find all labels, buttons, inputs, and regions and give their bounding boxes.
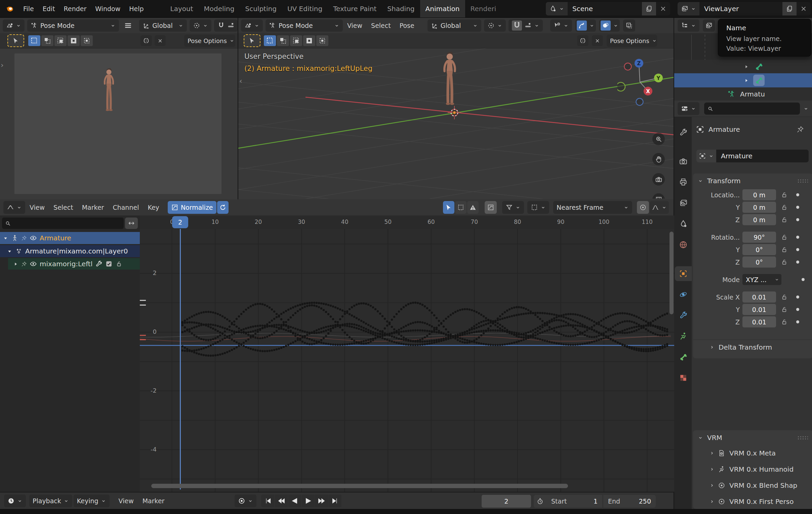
channel-expand-button[interactable]	[125, 218, 138, 229]
viewport-main-canvas[interactable]: User Perspective (2) Armature : mixamori…	[238, 49, 673, 199]
options-chevron-icon[interactable]	[803, 106, 809, 111]
select-mode-intersect[interactable]	[81, 35, 93, 46]
editor-type-button[interactable]	[3, 20, 25, 32]
filter-dropdown[interactable]	[502, 201, 524, 214]
object-name-field[interactable]: Armature	[716, 150, 809, 162]
magnet-icon[interactable]	[512, 21, 522, 31]
orientation-dropdown[interactable]: Global	[139, 20, 187, 32]
pin-icon[interactable]	[21, 235, 27, 241]
menu-key[interactable]: Key	[143, 204, 163, 211]
keying-dropdown[interactable]: Keying	[74, 494, 110, 507]
object-browse-button[interactable]	[696, 150, 716, 162]
expand-triangle-icon[interactable]	[7, 249, 12, 254]
select-mode-new[interactable]	[28, 35, 40, 46]
animate-dot[interactable]	[796, 218, 799, 221]
x-mirror-toggle[interactable]	[577, 35, 588, 46]
eye-icon[interactable]	[30, 234, 37, 242]
animate-dot[interactable]	[796, 260, 799, 263]
toolbar-expand-chevron[interactable]: ›	[1, 61, 4, 69]
transform-value-field[interactable]: 0.01	[743, 304, 776, 315]
end-frame-field[interactable]: End 250	[603, 495, 656, 508]
select-mode-invert[interactable]	[67, 35, 80, 46]
pivot-dropdown[interactable]	[190, 20, 211, 32]
menu-view[interactable]: View	[343, 22, 367, 29]
editor-type-button[interactable]	[3, 201, 25, 214]
pivot-dropdown[interactable]	[484, 20, 506, 32]
menu-marker[interactable]: Marker	[78, 204, 109, 211]
workspace-tab-layout[interactable]: Layout	[165, 0, 199, 18]
x-axis-button[interactable]	[592, 35, 603, 46]
select-mode-subtract[interactable]	[290, 35, 302, 46]
filter-view-layer-button[interactable]	[703, 20, 715, 32]
hamburger-menu-icon[interactable]	[124, 21, 133, 30]
tab-world[interactable]	[675, 237, 692, 252]
panel-grip[interactable]	[797, 179, 808, 183]
tab-object-data[interactable]	[675, 329, 692, 344]
workspace-tab-modeling[interactable]: Modeling	[199, 0, 240, 18]
next-keyframe-button[interactable]	[315, 494, 328, 507]
lock-open-icon[interactable]	[115, 260, 123, 267]
transform-value-field[interactable]: 0 m	[743, 189, 776, 200]
editor-type-button[interactable]	[241, 20, 263, 32]
tab-tool[interactable]	[675, 125, 692, 140]
3d-cursor[interactable]	[447, 105, 462, 120]
properties-search-input[interactable]	[704, 103, 800, 115]
vrm-panel-header[interactable]: VRM	[693, 430, 812, 445]
normalize-auto-refresh[interactable]	[217, 201, 229, 214]
pivot-dropdown[interactable]	[527, 201, 549, 214]
x-mirror-toggle[interactable]	[141, 35, 152, 46]
delta-transform-subpanel[interactable]: Delta Transform	[693, 340, 812, 354]
pose-options-dropdown[interactable]: Pose Options	[607, 35, 657, 47]
eye-icon[interactable]	[30, 260, 37, 267]
box-select-tool-button[interactable]	[455, 201, 466, 214]
pose-options-dropdown[interactable]: Pose Options	[184, 35, 235, 47]
lock-open-icon[interactable]	[780, 293, 788, 301]
collapsed-triangle-icon[interactable]	[744, 78, 749, 83]
animate-dot[interactable]	[802, 278, 805, 281]
proportional-edit-toggle[interactable]	[637, 201, 649, 214]
toolbar-collapse-chevron[interactable]: ‹	[239, 77, 242, 85]
vrm-item-meta[interactable]: VRM 0.x Meta	[693, 445, 812, 461]
workspace-tab-shading[interactable]: Shading	[382, 0, 420, 18]
checkbox-checked-icon[interactable]	[105, 260, 113, 267]
lock-open-icon[interactable]	[780, 216, 788, 224]
menu-help[interactable]: Help	[125, 5, 148, 12]
lock-open-icon[interactable]	[780, 191, 788, 199]
overlays-toggle-group[interactable]	[599, 20, 620, 32]
lock-open-icon[interactable]	[780, 318, 788, 326]
animate-dot[interactable]	[796, 206, 799, 209]
menu-marker[interactable]: Marker	[138, 497, 169, 505]
tab-constraints[interactable]	[675, 308, 692, 323]
tab-object[interactable]	[675, 266, 692, 281]
pin-icon[interactable]	[796, 126, 804, 133]
menu-window[interactable]: Window	[91, 5, 125, 12]
gizmo-axis-neg-z[interactable]	[636, 98, 643, 106]
selected-bone-chip[interactable]	[753, 75, 764, 86]
playback-dropdown[interactable]: Playback	[29, 494, 72, 507]
tab-texture[interactable]	[675, 370, 692, 385]
play-forward-button[interactable]	[301, 494, 315, 507]
active-tool-select-box[interactable]	[244, 34, 260, 47]
falloff-dropdown[interactable]	[650, 201, 669, 214]
channel-row-bone[interactable]: mixamorig:Leftl	[8, 258, 140, 269]
chevron-down-icon[interactable]	[613, 23, 618, 28]
vrm-item-humanoid[interactable]: VRM 0.x Humanoid	[693, 461, 812, 477]
channel-row-armature[interactable]: Armature	[0, 232, 140, 244]
modifier-wrench-icon[interactable]	[95, 260, 103, 267]
playhead-line[interactable]	[180, 229, 181, 489]
view-layer-browse-button[interactable]	[677, 2, 699, 16]
lock-open-icon[interactable]	[780, 306, 788, 313]
vertical-scrollbar[interactable]	[669, 232, 673, 314]
menu-file[interactable]: File	[19, 5, 38, 12]
tab-scene[interactable]	[675, 217, 692, 231]
workspace-tab-texture-paint[interactable]: Texture Paint	[328, 0, 382, 18]
transform-value-field[interactable]: 0.01	[743, 316, 776, 327]
select-mode-invert[interactable]	[303, 35, 315, 46]
menu-select[interactable]: Select	[367, 22, 395, 29]
rotation-mode-dropdown[interactable]: XYZ ...	[743, 274, 781, 285]
camera-view-button[interactable]	[652, 173, 665, 185]
transform-value-field[interactable]: 0.01	[743, 291, 776, 303]
use-preview-range-toggle[interactable]	[534, 495, 547, 508]
transform-value-field[interactable]: 0 m	[743, 214, 776, 225]
collapsed-triangle-icon[interactable]	[13, 261, 19, 267]
